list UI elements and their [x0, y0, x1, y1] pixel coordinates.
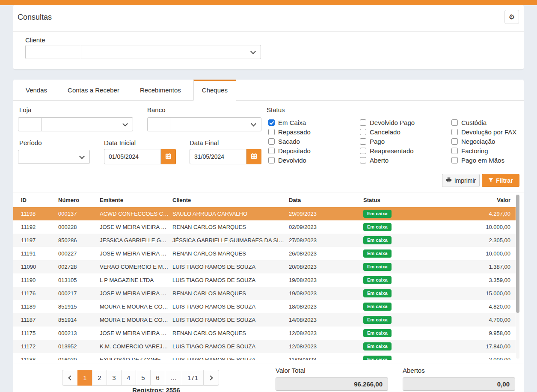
checkbox-unchecked-icon[interactable] — [360, 148, 366, 154]
status-option-label: Cancelado — [370, 128, 401, 136]
table-row[interactable]: 11090002728VERAO COMERCIO E MODAS…LUIS T… — [13, 260, 516, 273]
pagination-page-3[interactable]: 3 — [107, 370, 122, 386]
checkbox-unchecked-icon[interactable] — [360, 129, 366, 135]
tab-vendas[interactable]: Vendas — [18, 80, 55, 101]
loja-select[interactable] — [42, 117, 133, 131]
status-option-depositado[interactable]: Depositado — [268, 146, 311, 155]
abertos-value — [403, 377, 515, 391]
checkbox-unchecked-icon[interactable] — [360, 157, 366, 163]
status-option-em-caixa[interactable]: Em Caixa — [268, 118, 311, 127]
tab-contas-a-receber[interactable]: Contas a Receber — [59, 80, 128, 101]
abertos-label: Abertos — [403, 367, 425, 374]
checkbox-unchecked-icon[interactable] — [451, 157, 458, 163]
loja-code-input[interactable] — [18, 117, 42, 131]
pagination-page-5[interactable]: 5 — [136, 370, 151, 386]
settings-button[interactable]: ⚙ — [504, 10, 519, 24]
cell-emitente: JESSICA GABRIELLE GUIMA… — [100, 237, 172, 244]
cell-id: 11172 — [13, 343, 58, 350]
checkbox-unchecked-icon[interactable] — [268, 129, 275, 135]
consultas-card-header: Consultas ⚙ — [13, 5, 524, 32]
cell-cliente: SAULO ARRUDA CARVALHO — [172, 211, 289, 217]
periodo-select[interactable] — [18, 150, 90, 164]
checkbox-unchecked-icon[interactable] — [360, 119, 366, 126]
cell-emitente: VERAO COMERCIO E MODAS… — [100, 264, 172, 270]
status-badge: Em caixa — [363, 356, 392, 360]
table-row[interactable]: 11197850286JESSICA GABRIELLE GUIMA…JÉSSI… — [13, 234, 516, 247]
checkbox-unchecked-icon[interactable] — [268, 138, 275, 145]
pagination-page-4[interactable]: 4 — [121, 370, 136, 386]
table-row[interactable]: 11192000228JOSE W MEIRA VIEIRA JUNIORREN… — [13, 220, 516, 234]
cell-numero: 000213 — [58, 330, 100, 336]
calendar-icon — [165, 153, 172, 161]
cell-valor: 10.000,00 — [435, 250, 516, 257]
status-option-pago[interactable]: Pago — [360, 137, 415, 146]
pagination-page-1[interactable]: 1 — [77, 370, 92, 386]
cell-valor: 4.820,00 — [435, 303, 516, 310]
status-option-repassado[interactable]: Repassado — [268, 127, 311, 137]
pagination-ellipsis[interactable]: … — [165, 370, 182, 386]
status-option-sacado[interactable]: Sacado — [268, 137, 311, 146]
status-option-negocia-o[interactable]: Negociação — [451, 137, 516, 146]
table-row[interactable]: 11175000213JOSE W MEIRA VIEIRA JUNIORREN… — [13, 327, 516, 340]
checkbox-unchecked-icon[interactable] — [360, 138, 366, 145]
pagination-next-button[interactable] — [203, 370, 219, 386]
status-option-devolvido-pago[interactable]: Devolvido Pago — [360, 118, 415, 127]
status-option-reapresentado[interactable]: Reapresentado — [360, 146, 415, 155]
checkbox-unchecked-icon[interactable] — [268, 148, 275, 154]
cell-numero: 013105 — [58, 277, 100, 283]
table-row[interactable]: 11176000217JOSE W MEIRA VIEIRA JUNIORREN… — [13, 287, 516, 300]
tab-cheques[interactable]: Cheques — [193, 80, 236, 101]
table-row[interactable]: 11187851914MOURA E MOURA E COM VA…LUIS T… — [13, 313, 516, 327]
cell-emitente: EXPLOSÃO DEZ COMERCIO… — [100, 356, 172, 360]
table-row[interactable]: 11198000137ACWD CONFECCOES COMER…SAULO A… — [13, 207, 516, 220]
banco-code-input[interactable] — [147, 117, 170, 131]
status-option-pago-em-m-os[interactable]: Pago em Mãos — [451, 155, 516, 165]
filtrar-button[interactable]: Filtrar — [482, 174, 519, 187]
cell-data: 12/08/2023 — [289, 343, 363, 350]
status-option-aberto[interactable]: Aberto — [360, 155, 415, 165]
data-inicial-calendar-button[interactable] — [161, 149, 176, 164]
table-scrollbar-track — [516, 194, 519, 359]
status-option-cust-dia[interactable]: Custódia — [451, 118, 516, 127]
pagination-page-171[interactable]: 171 — [182, 370, 204, 386]
cell-status: Em caixa — [363, 303, 435, 311]
table-row[interactable]: 11189851915MOURA E MOURA E COM VA…LUIS T… — [13, 300, 516, 313]
checkbox-unchecked-icon[interactable] — [451, 119, 458, 126]
table-row[interactable]: 11191000227JOSE W MEIRA VIEIRA JUNIORREN… — [13, 247, 516, 260]
loja-field-group — [18, 117, 133, 131]
data-inicial-input[interactable] — [104, 149, 161, 164]
status-option-devolu-o-por-fax[interactable]: Devolução por FAX — [451, 127, 516, 137]
cell-id: 11190 — [13, 277, 58, 283]
table-scrollbar-thumb[interactable] — [516, 195, 519, 313]
cell-emitente: JOSE W MEIRA VIEIRA JUNIOR — [100, 330, 172, 336]
pagination-page-2[interactable]: 2 — [92, 370, 107, 386]
cell-numero: 000227 — [58, 250, 100, 257]
cliente-select[interactable] — [81, 45, 261, 59]
checkbox-unchecked-icon[interactable] — [451, 129, 458, 135]
data-final-group — [190, 149, 261, 164]
data-final-calendar-button[interactable] — [246, 149, 261, 164]
table-row[interactable]: 11190013105L P MAGAZINE LTDALUIS TIAGO R… — [13, 273, 516, 287]
cell-valor: 4.700,00 — [435, 317, 516, 323]
checkbox-checked-icon[interactable] — [268, 119, 275, 126]
pagination-page-6[interactable]: 6 — [150, 370, 165, 386]
cell-cliente: LUIS TIAGO RAMOS DE SOUZA — [172, 317, 289, 323]
pagination-prev-button[interactable] — [62, 370, 78, 386]
status-option-label: Custódia — [461, 119, 487, 126]
cliente-code-input[interactable] — [25, 45, 81, 59]
status-option-factoring[interactable]: Factoring — [451, 146, 516, 155]
checkbox-unchecked-icon[interactable] — [451, 138, 458, 145]
status-option-devolvido[interactable]: Devolvido — [268, 155, 311, 165]
table-row[interactable]: 11172013952K.M. COMERCIO VAREJISTA …LUIS… — [13, 340, 516, 353]
checkbox-unchecked-icon[interactable] — [451, 148, 458, 154]
table-row[interactable]: 11188016020EXPLOSÃO DEZ COMERCIO…LUIS TI… — [13, 353, 516, 360]
data-final-input[interactable] — [190, 149, 246, 164]
banco-select[interactable] — [170, 117, 261, 131]
valor-total-value — [276, 377, 388, 391]
checkbox-unchecked-icon[interactable] — [268, 157, 275, 163]
imprimir-button[interactable]: Imprimir — [442, 174, 480, 187]
tab-recebimentos[interactable]: Recebimentos — [132, 80, 189, 101]
status-option-cancelado[interactable]: Cancelado — [360, 127, 415, 137]
cell-status: Em caixa — [363, 223, 435, 231]
loja-label: Loja — [19, 106, 31, 113]
